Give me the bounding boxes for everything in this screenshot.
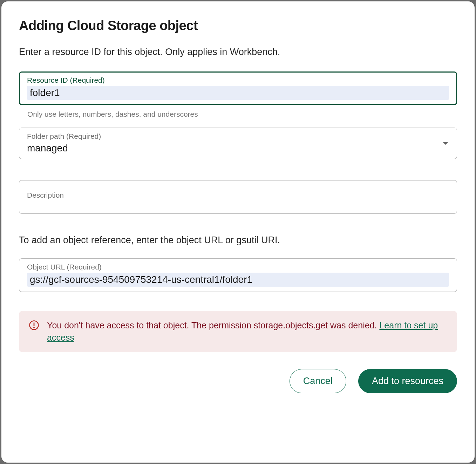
add-to-resources-button[interactable]: Add to resources (358, 369, 457, 393)
folder-path-field[interactable]: Folder path (Required) managed (19, 128, 457, 159)
resource-id-input[interactable] (27, 86, 449, 100)
object-url-field[interactable]: Object URL (Required) (19, 258, 457, 292)
description-label: Description (27, 191, 449, 199)
object-url-label: Object URL (Required) (27, 263, 449, 271)
resource-id-label: Resource ID (Required) (27, 76, 449, 84)
object-reference-text: To add an object reference, enter the ob… (19, 235, 457, 246)
chevron-down-icon (443, 142, 448, 145)
add-cloud-storage-dialog: Adding Cloud Storage object Enter a reso… (1, 1, 475, 463)
description-field[interactable]: Description (19, 180, 457, 214)
resource-id-field[interactable]: Resource ID (Required) (19, 71, 457, 105)
folder-path-value: managed (27, 142, 449, 154)
dialog-button-row: Cancel Add to resources (19, 369, 457, 393)
folder-path-label: Folder path (Required) (27, 132, 449, 141)
error-icon (29, 320, 39, 330)
svg-point-2 (33, 327, 35, 328)
access-denied-alert: You don't have access to that object. Th… (19, 311, 457, 352)
dialog-title: Adding Cloud Storage object (19, 18, 457, 33)
alert-message: You don't have access to that object. Th… (47, 319, 447, 344)
resource-id-helper: Only use letters, numbers, dashes, and u… (27, 110, 457, 118)
object-url-input[interactable] (27, 273, 449, 287)
cancel-button[interactable]: Cancel (290, 369, 346, 393)
alert-message-text: You don't have access to that object. Th… (47, 320, 379, 330)
description-value (27, 201, 449, 202)
dialog-subtitle: Enter a resource ID for this object. Onl… (19, 47, 457, 57)
